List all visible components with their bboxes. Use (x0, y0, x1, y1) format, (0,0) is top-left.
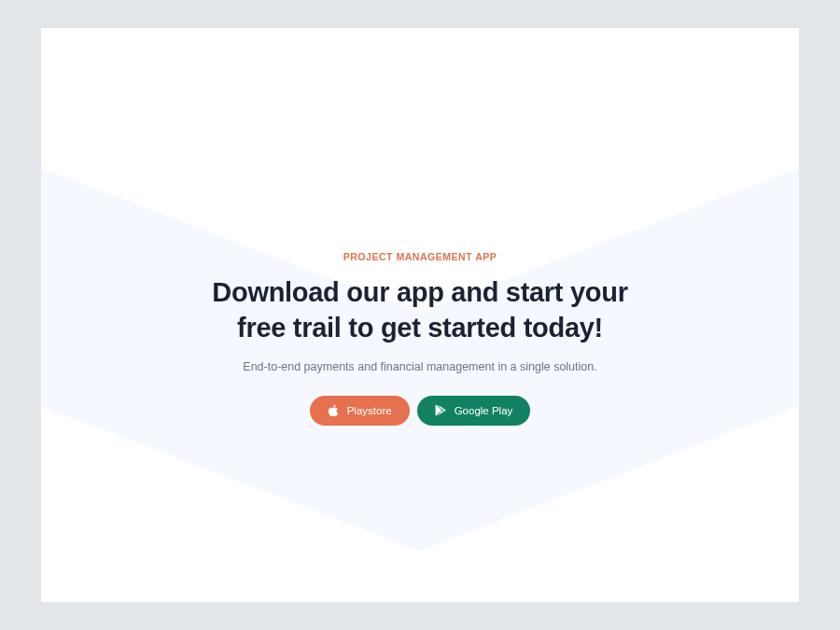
playstore-button[interactable]: Playstore (310, 396, 410, 426)
hero-buttons: Playstore Google Play (310, 396, 531, 426)
playstore-button-label: Playstore (347, 405, 392, 416)
google-play-icon (435, 404, 446, 416)
hero-card: PROJECT MANAGEMENT APP Download our app … (41, 28, 799, 602)
hero-subtext: End-to-end payments and financial manage… (243, 360, 596, 373)
googleplay-button-label: Google Play (455, 405, 513, 416)
hero-heading: Download our app and start your free tra… (205, 275, 635, 344)
apple-icon (328, 404, 339, 417)
hero-eyebrow: PROJECT MANAGEMENT APP (343, 251, 497, 262)
googleplay-button[interactable]: Google Play (417, 396, 531, 426)
hero-content: PROJECT MANAGEMENT APP Download our app … (41, 28, 799, 602)
